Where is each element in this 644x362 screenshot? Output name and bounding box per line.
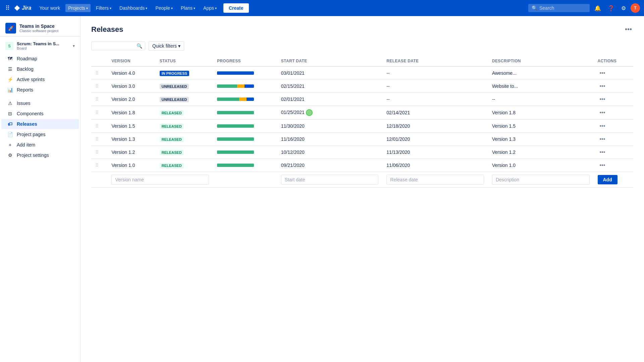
status-cell: RELEASED xyxy=(156,120,213,133)
nav-people[interactable]: People ▾ xyxy=(153,4,175,12)
description-cell: Version 1.2 xyxy=(488,146,594,159)
add-start-date-input[interactable] xyxy=(281,175,379,185)
actions-cell: ••• xyxy=(594,133,634,146)
nav-plans[interactable]: Plans ▾ xyxy=(178,4,198,12)
col-progress: Progress xyxy=(213,56,277,66)
scrum-caret[interactable]: ▾ xyxy=(73,44,75,48)
col-description: Description xyxy=(488,56,594,66)
plans-caret: ▾ xyxy=(194,6,195,10)
grid-icon[interactable]: ⠿ xyxy=(4,3,11,13)
actions-cell: ••• xyxy=(594,146,634,159)
col-drag xyxy=(91,56,107,66)
table-row: ⠿Version 1.5RELEASED11/30/202012/18/2020… xyxy=(91,120,633,133)
actions-button[interactable]: ••• xyxy=(598,162,607,169)
release-date-cell: 11/13/2020 xyxy=(382,146,488,159)
notifications-icon[interactable]: 🔔 xyxy=(592,4,603,13)
version-cell: Version 2.0 xyxy=(107,93,155,106)
actions-button[interactable]: ••• xyxy=(598,96,607,103)
version-search-box[interactable]: 🔍 xyxy=(91,42,145,50)
actions-button[interactable]: ••• xyxy=(598,135,607,142)
description-cell: Awesome... xyxy=(488,66,594,80)
drag-handle[interactable]: ⠿ xyxy=(95,149,99,155)
search-input[interactable] xyxy=(539,5,586,11)
status-badge: RELEASED xyxy=(160,150,184,155)
description-cell: Website to... xyxy=(488,80,594,93)
sidebar-item-project-settings[interactable]: ⚙ Project settings xyxy=(1,150,79,160)
progress-cell xyxy=(213,93,277,106)
status-badge: RELEASED xyxy=(160,163,184,168)
page-more-button[interactable]: ••• xyxy=(624,24,633,35)
help-icon[interactable]: ❓ xyxy=(606,4,616,13)
actions-button[interactable]: ••• xyxy=(598,122,607,129)
table-header: Version Status Progress Start date Relea… xyxy=(91,56,633,66)
nav-apps[interactable]: Apps ▾ xyxy=(201,4,219,12)
table-row: ⠿Version 1.2RELEASED10/12/202011/13/2020… xyxy=(91,146,633,159)
version-search-input[interactable] xyxy=(94,43,135,49)
add-version-name-input[interactable] xyxy=(111,175,209,185)
nav-dashboards[interactable]: Dashboards ▾ xyxy=(117,4,150,12)
progress-cell xyxy=(213,159,277,172)
drag-handle[interactable]: ⠿ xyxy=(95,163,99,168)
status-badge: RELEASED xyxy=(160,137,184,142)
progress-segment xyxy=(217,150,254,154)
actions-button[interactable]: ••• xyxy=(598,69,607,76)
actions-button[interactable]: ••• xyxy=(598,82,607,89)
actions-cell: ••• xyxy=(594,66,634,80)
user-avatar[interactable]: T xyxy=(631,3,640,13)
sidebar-item-issues[interactable]: ⚠ Issues xyxy=(1,98,79,108)
scrum-icon: S xyxy=(5,42,13,50)
drag-handle[interactable]: ⠿ xyxy=(95,83,99,89)
start-date-cell: 10/12/2020 xyxy=(277,146,383,159)
sidebar-item-backlog[interactable]: ☰ Backlog xyxy=(1,64,79,74)
sidebar-item-components[interactable]: ⊟ Components xyxy=(1,109,79,119)
settings-icon[interactable]: ⚙ xyxy=(619,4,628,13)
actions-button[interactable]: ••• xyxy=(598,109,607,116)
add-description-input[interactable] xyxy=(492,175,590,185)
status-badge: UNRELEASED xyxy=(160,84,189,89)
status-badge: RELEASED xyxy=(160,124,184,129)
description-cell: Version 1.3 xyxy=(488,133,594,146)
nav-your-work[interactable]: Your work xyxy=(37,4,63,12)
version-search-icon[interactable]: 🔍 xyxy=(137,43,142,49)
description-cell: Version 1.8 xyxy=(488,106,594,120)
actions-button[interactable]: ••• xyxy=(598,148,607,156)
progress-cell xyxy=(213,133,277,146)
description-cell: -- xyxy=(488,93,594,106)
table-row: ⠿Version 2.0UNRELEASED02/01/2021----••• xyxy=(91,93,633,106)
sidebar-item-add-item[interactable]: + Add item xyxy=(1,140,79,150)
quick-filters-button[interactable]: Quick filters ▾ xyxy=(149,41,184,51)
release-date-cell: 12/18/2020 xyxy=(382,120,488,133)
drag-handle[interactable]: ⠿ xyxy=(95,70,99,76)
drag-handle[interactable]: ⠿ xyxy=(95,97,99,102)
drag-handle[interactable]: ⠿ xyxy=(95,136,99,142)
scrum-sub: Board xyxy=(17,46,69,50)
issues-icon: ⚠ xyxy=(7,101,13,106)
reports-icon: 📊 xyxy=(7,87,13,93)
sidebar-scrum-board[interactable]: S Scrum: Teams in S... Board ▾ xyxy=(0,39,80,52)
actions-cell: ••• xyxy=(594,106,634,120)
status-cell: RELEASED xyxy=(156,133,213,146)
create-button[interactable]: Create xyxy=(223,3,249,13)
start-date-cell: 11/30/2020 xyxy=(277,120,383,133)
sidebar-item-roadmap[interactable]: 🗺 Roadmap xyxy=(1,54,79,64)
progress-bar xyxy=(217,137,254,141)
drag-handle[interactable]: ⠿ xyxy=(95,123,99,129)
actions-cell: ••• xyxy=(594,80,634,93)
roadmap-icon: 🗺 xyxy=(7,56,13,61)
project-type: Classic software project xyxy=(19,29,75,33)
nav-filters[interactable]: Filters ▾ xyxy=(93,4,114,12)
sidebar-item-project-pages[interactable]: 📄 Project pages xyxy=(1,129,79,139)
sidebar-item-reports[interactable]: 📊 Reports xyxy=(1,85,79,95)
progress-segment xyxy=(217,98,239,101)
release-date-cell: -- xyxy=(382,66,488,80)
table-row: ⠿Version 3.0UNRELEASED02/15/2021--Websit… xyxy=(91,80,633,93)
table-row: ⠿Version 4.0IN PROGRESS03/01/2021--Aweso… xyxy=(91,66,633,80)
sidebar-item-releases[interactable]: 🏷 Releases xyxy=(1,119,79,129)
search-box[interactable]: 🔍 xyxy=(528,4,590,12)
add-version-button[interactable]: Add xyxy=(598,175,618,184)
main-layout: 🚀 Teams in Space Classic software projec… xyxy=(0,16,644,362)
drag-handle[interactable]: ⠿ xyxy=(95,110,99,115)
sidebar-item-active-sprints[interactable]: ⚡ Active sprints xyxy=(1,74,79,84)
nav-projects[interactable]: Projects ▾ xyxy=(65,4,91,12)
add-release-date-input[interactable] xyxy=(386,175,484,185)
